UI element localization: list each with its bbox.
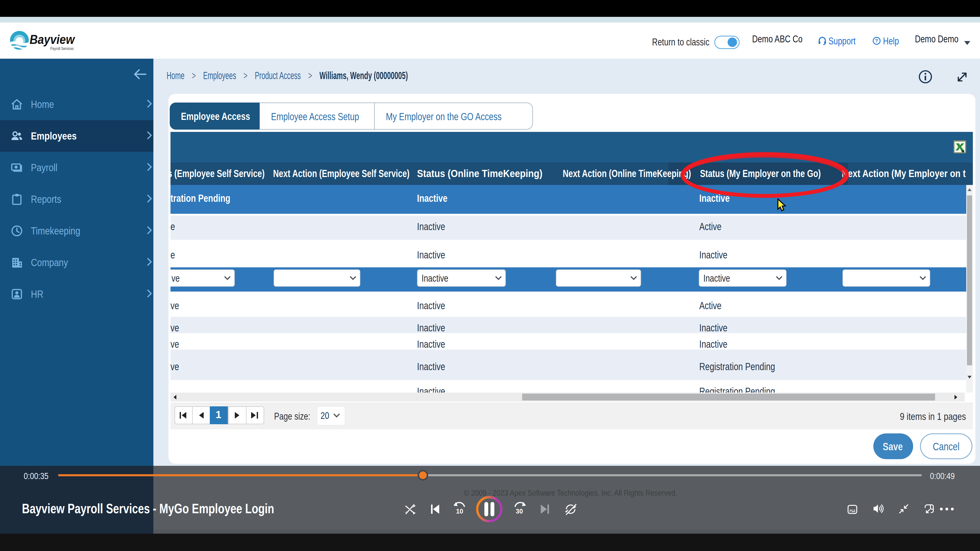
svg-text:10: 10 <box>456 508 463 515</box>
svg-text:?: ? <box>875 38 878 43</box>
svg-text:30: 30 <box>516 508 523 515</box>
